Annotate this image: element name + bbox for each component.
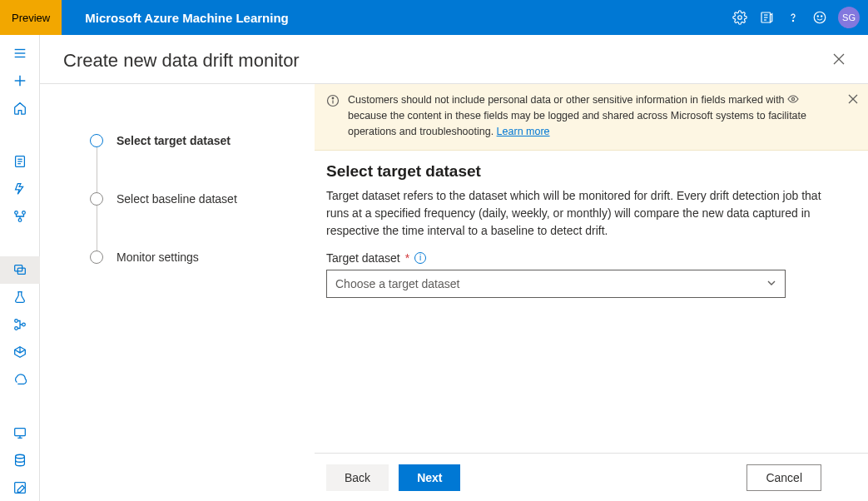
automl-icon[interactable] (0, 176, 40, 203)
info-icon (326, 94, 340, 140)
side-nav (0, 35, 40, 501)
svg-point-25 (14, 327, 17, 330)
back-button[interactable]: Back (326, 464, 389, 491)
wizard-panel: Create new data drift monitor Select tar… (40, 35, 868, 501)
top-bar: Preview Microsoft Azure Machine Learning… (0, 0, 868, 35)
help-icon[interactable] (785, 9, 801, 26)
step-label: Select baseline dataset (117, 192, 237, 206)
field-info-icon[interactable]: i (414, 252, 426, 264)
svg-point-6 (814, 12, 826, 23)
wizard-footer: Back Next Cancel (315, 453, 868, 501)
svg-point-18 (14, 211, 17, 215)
stepper: Select target dataset Select baseline da… (40, 84, 315, 501)
privacy-banner: Customers should not include personal da… (315, 84, 868, 151)
settings-icon[interactable] (732, 9, 748, 26)
target-dataset-dropdown[interactable]: Choose a target dataset (326, 270, 786, 298)
svg-point-20 (18, 219, 22, 222)
section-heading: Select target dataset (326, 162, 821, 181)
user-avatar[interactable]: SG (838, 7, 860, 28)
step-target-dataset[interactable]: Select target dataset (90, 134, 295, 147)
step-monitor-settings[interactable]: Monitor settings (90, 250, 295, 264)
svg-point-26 (22, 323, 25, 326)
topbar-actions: SG (732, 7, 860, 28)
svg-point-37 (791, 98, 794, 101)
svg-point-24 (14, 320, 17, 323)
feedback-icon[interactable] (758, 9, 775, 26)
models-icon[interactable] (0, 338, 40, 365)
preview-badge: Preview (0, 0, 62, 35)
cancel-button[interactable]: Cancel (746, 464, 821, 491)
home-icon[interactable] (0, 95, 40, 122)
svg-rect-27 (14, 428, 25, 435)
dropdown-placeholder: Choose a target dataset (335, 277, 459, 290)
required-asterisk: * (405, 251, 409, 265)
section-description: Target dataset refers to the dataset whi… (326, 187, 821, 240)
svg-point-5 (792, 20, 793, 21)
labeling-icon[interactable] (0, 474, 40, 501)
add-icon[interactable] (0, 67, 40, 95)
svg-point-0 (738, 16, 742, 20)
chevron-down-icon (766, 276, 776, 291)
svg-point-8 (821, 16, 822, 17)
banner-close-button[interactable] (848, 92, 858, 107)
endpoints-icon[interactable] (0, 365, 40, 393)
step-label: Select target dataset (117, 134, 231, 147)
compute-icon[interactable] (0, 419, 40, 446)
step-label: Monitor settings (117, 250, 199, 264)
menu-icon[interactable] (0, 40, 40, 67)
panel-title: Create new data drift monitor (63, 50, 300, 72)
svg-point-7 (817, 16, 818, 17)
svg-point-30 (15, 454, 24, 459)
learn-more-link[interactable]: Learn more (497, 126, 550, 137)
eye-icon (787, 92, 799, 108)
banner-text: Customers should not include personal da… (348, 92, 856, 140)
svg-point-35 (332, 97, 334, 99)
pipelines-icon[interactable] (0, 311, 40, 339)
datasets-icon[interactable] (0, 256, 40, 284)
notebooks-icon[interactable] (0, 148, 40, 176)
svg-point-19 (22, 211, 25, 215)
target-dataset-label: Target dataset * i (326, 251, 821, 265)
next-button[interactable]: Next (399, 464, 460, 491)
datastores-icon[interactable] (0, 446, 40, 474)
experiments-icon[interactable] (0, 284, 40, 311)
close-button[interactable] (833, 53, 845, 68)
step-baseline-dataset[interactable]: Select baseline dataset (90, 192, 295, 206)
app-title: Microsoft Azure Machine Learning (85, 11, 288, 25)
designer-icon[interactable] (0, 203, 40, 231)
smile-icon[interactable] (811, 9, 828, 26)
